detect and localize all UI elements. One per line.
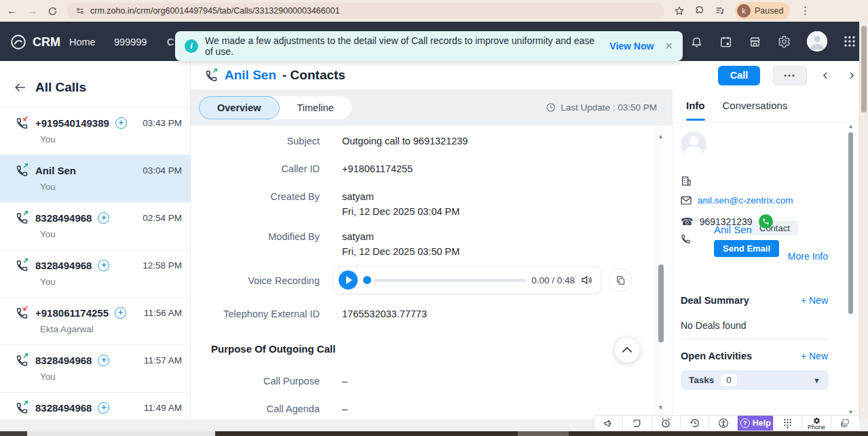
tab-info[interactable]: Info xyxy=(686,100,705,111)
call-list-item[interactable]: +919540149389 + 03:43 PM You xyxy=(0,107,190,155)
page-scrollbar-thumb[interactable] xyxy=(861,26,867,113)
contact-email-link[interactable]: anil.sen@c-zentrix.com xyxy=(698,195,793,205)
phone-settings-button[interactable]: Phone xyxy=(802,416,831,431)
volume-icon[interactable] xyxy=(580,274,592,286)
outgoing-call-icon xyxy=(15,163,29,178)
new-activity-link[interactable]: + New xyxy=(801,351,828,361)
view-now-link[interactable]: View Now xyxy=(609,41,654,52)
send-email-button[interactable]: Send Email xyxy=(714,240,779,257)
mobile-phone-icon xyxy=(681,234,691,244)
tab-timeline[interactable]: Timeline xyxy=(280,96,352,119)
audio-time: 0.00 / 0:48 xyxy=(531,275,575,285)
browser-profile-button[interactable]: k Paused xyxy=(735,2,790,20)
tasks-dropdown[interactable]: Tasks 0 ▼ xyxy=(681,370,829,390)
banner-close-icon[interactable]: ✕ xyxy=(664,40,673,52)
next-record-icon[interactable] xyxy=(844,68,858,83)
add-contact-icon[interactable]: + xyxy=(98,260,109,271)
address-bar[interactable]: crm.zoho.in/crm/org60014497945/tab/Calls… xyxy=(67,3,664,19)
notifications-bell-icon[interactable] xyxy=(690,35,703,48)
signals-icon[interactable] xyxy=(623,416,652,431)
call-number: 8328494968 xyxy=(35,260,92,271)
bookmark-star-icon[interactable] xyxy=(674,5,685,16)
field-label: Call Purpose xyxy=(191,376,320,387)
more-actions-button[interactable]: ••• xyxy=(773,66,807,85)
site-settings-icon[interactable] xyxy=(75,6,85,16)
nav-item-calls-clipped[interactable]: C xyxy=(167,37,174,47)
more-info-link[interactable]: More Info xyxy=(788,251,828,262)
contact-phone-number: 9691321239 xyxy=(700,216,753,227)
add-contact-icon[interactable]: + xyxy=(98,402,109,414)
call-list-item[interactable]: 8328494968 + 02:54 PM You xyxy=(0,202,190,250)
zoho-crm-logo[interactable]: CRM xyxy=(10,33,60,51)
browser-toolbar: ← → crm.zoho.in/crm/org60014497945/tab/C… xyxy=(0,0,868,22)
reminders-alarm-icon[interactable] xyxy=(652,416,681,431)
announcements-megaphone-icon[interactable] xyxy=(595,416,623,431)
field-label: Caller ID xyxy=(191,163,320,174)
question-icon: ? xyxy=(740,418,750,428)
company-row xyxy=(681,176,692,186)
zoho-logo-icon xyxy=(10,33,27,51)
detail-scrollbar[interactable]: ▲ ▼ xyxy=(656,125,664,419)
banner-message: We made a few adjustments to the detail … xyxy=(205,35,603,57)
scrollbar-up-icon[interactable]: ▲ xyxy=(658,134,664,140)
scroll-to-top-button[interactable] xyxy=(614,337,640,363)
copies-stack-icon[interactable] xyxy=(831,416,859,431)
calendar-icon[interactable] xyxy=(719,35,732,48)
browser-menu-icon[interactable]: ⋮ xyxy=(799,5,810,16)
accessibility-icon[interactable] xyxy=(709,416,738,431)
sidebar-title: All Calls xyxy=(35,80,86,95)
browser-forward-icon[interactable]: → xyxy=(27,5,38,16)
settings-gear-icon[interactable] xyxy=(778,35,791,48)
add-contact-icon[interactable]: + xyxy=(115,117,127,129)
url-text[interactable]: crm.zoho.in/crm/org60014497945/tab/Calls… xyxy=(90,6,340,16)
seek-handle[interactable] xyxy=(363,276,371,284)
call-time: 11:49 AM xyxy=(144,403,182,413)
add-contact-icon[interactable]: + xyxy=(98,355,109,366)
dialpad-icon[interactable] xyxy=(774,416,802,431)
record-tab-band: Overview Timeline Last Update : 03:50 PM xyxy=(191,90,672,125)
browser-reload-icon[interactable] xyxy=(48,6,58,16)
play-button[interactable] xyxy=(339,271,358,290)
nav-item-home[interactable]: Home xyxy=(69,37,96,47)
click-to-call-icon[interactable] xyxy=(759,214,773,229)
panel-scrollbar-thumb[interactable] xyxy=(848,132,853,314)
deal-summary-title: Deal Summary xyxy=(681,295,749,306)
recent-history-icon[interactable] xyxy=(681,416,709,431)
call-time: 02:54 PM xyxy=(143,213,182,223)
add-contact-icon[interactable]: + xyxy=(115,307,126,319)
last-update-status: Last Update : 03:50 PM xyxy=(546,102,657,113)
mobile-row xyxy=(681,234,691,244)
extensions-icon[interactable] xyxy=(694,5,705,16)
seek-track[interactable] xyxy=(374,279,526,282)
section-purpose-of-outgoing-call: Purpose Of Outgoing Call xyxy=(211,343,335,355)
tab-overview[interactable]: Overview xyxy=(199,96,280,119)
previous-record-icon[interactable] xyxy=(818,68,833,83)
call-button[interactable]: Call xyxy=(718,66,760,85)
nav-item-999999[interactable]: 999999 xyxy=(114,37,147,47)
related-info-panel: Info Conversations Anil Sen Contact Send… xyxy=(672,90,847,419)
call-list-item[interactable]: 8328494968 + 11:57 AM You xyxy=(0,344,190,392)
copy-recording-icon[interactable] xyxy=(609,269,632,292)
call-list-item[interactable]: 8328494968 + 12:58 PM You xyxy=(0,250,190,297)
browser-back-icon[interactable]: ← xyxy=(7,5,18,16)
user-avatar[interactable] xyxy=(807,31,827,52)
call-list-item[interactable]: +918061174255 + 11:56 AM Ekta Agarwal xyxy=(0,297,190,344)
zoho-crm-screen: ← → crm.zoho.in/crm/org60014497945/tab/C… xyxy=(0,0,868,436)
back-arrow-icon[interactable] xyxy=(14,81,27,94)
apps-grid-icon[interactable] xyxy=(844,35,856,47)
scrollbar-down-icon[interactable]: ▼ xyxy=(658,405,664,411)
record-contact-link[interactable]: Anil Sen xyxy=(225,68,276,83)
panel-scrollbar-up-icon[interactable]: ▲ xyxy=(848,123,854,130)
add-contact-icon[interactable]: + xyxy=(98,212,109,224)
call-list-item-selected[interactable]: Anil Sen 03:04 PM You xyxy=(0,155,190,202)
marketplace-icon[interactable] xyxy=(749,35,761,48)
new-deal-link[interactable]: + New xyxy=(801,295,828,306)
tab-conversations[interactable]: Conversations xyxy=(723,100,788,111)
no-deals-text: No Deals found xyxy=(681,320,747,331)
media-controls-icon[interactable] xyxy=(715,5,725,16)
tasks-label: Tasks xyxy=(689,375,714,385)
help-button[interactable]: ? Help xyxy=(738,416,774,431)
notification-banner: i We made a few adjustments to the detai… xyxy=(175,31,683,61)
call-time: 11:57 AM xyxy=(144,355,182,365)
scrollbar-thumb[interactable] xyxy=(658,264,664,342)
